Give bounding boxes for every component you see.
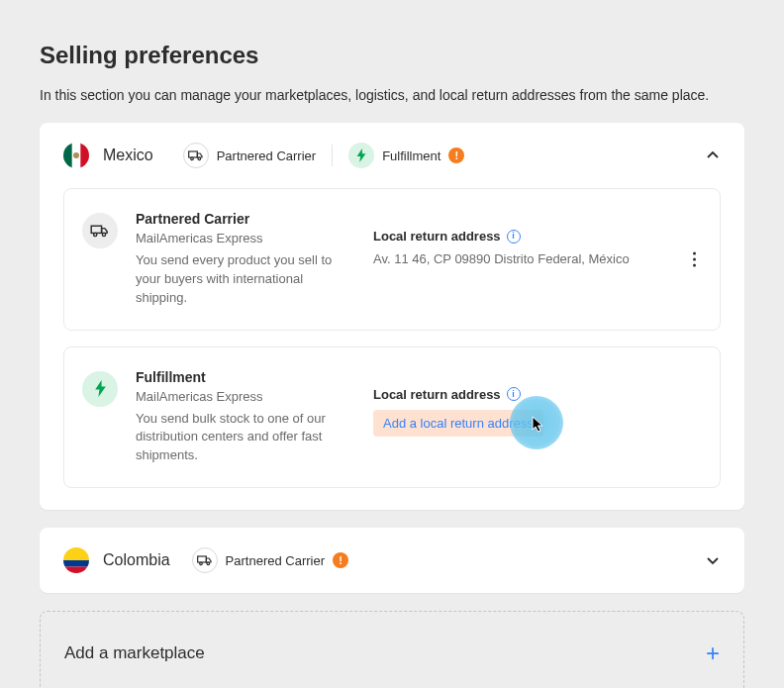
country-card-mexico: Mexico Partnered Carrier Fulfillment ! (40, 123, 744, 510)
svg-rect-4 (188, 151, 197, 157)
pill-label: Partnered Carrier (217, 148, 316, 163)
return-address-label: Local return address (373, 387, 501, 402)
pill-label: Fulfillment (382, 148, 441, 163)
return-address-value: Av. 11 46, CP 09890 Distrito Federal, Mé… (373, 251, 698, 266)
country-name: Mexico (103, 147, 153, 164)
add-return-address-link[interactable]: Add a local return address (373, 410, 543, 437)
svg-rect-2 (80, 143, 89, 168)
svg-rect-1 (63, 143, 72, 168)
plus-icon: + (706, 641, 720, 665)
method-title: Partnered Carrier (136, 211, 357, 227)
method-card-partnered: Partnered Carrier MailAmericas Express Y… (63, 188, 721, 331)
add-marketplace-label: Add a marketplace (64, 643, 205, 663)
country-name: Colombia (103, 551, 170, 569)
info-icon[interactable]: i (507, 230, 521, 244)
truck-icon (82, 213, 118, 248)
svg-rect-7 (91, 226, 101, 233)
method-pills: Partnered Carrier ! (192, 547, 348, 573)
page-subtitle: In this section you can manage your mark… (40, 87, 744, 103)
truck-icon (192, 547, 218, 573)
svg-rect-12 (63, 567, 89, 574)
method-provider: MailAmericas Express (136, 231, 357, 246)
method-provider: MailAmericas Express (136, 389, 357, 404)
bolt-icon (82, 371, 118, 407)
more-options-button[interactable] (687, 246, 702, 272)
bolt-icon (348, 143, 374, 168)
fulfillment-pill: Fulfillment ! (348, 143, 464, 168)
chevron-up-icon (705, 147, 721, 163)
return-address-label: Local return address (373, 229, 501, 244)
add-marketplace-button[interactable]: Add a marketplace + (40, 611, 744, 688)
svg-rect-13 (197, 556, 206, 562)
partnered-carrier-pill: Partnered Carrier (183, 143, 316, 168)
flag-colombia-icon (63, 547, 89, 573)
country-card-colombia: Colombia Partnered Carrier ! (40, 528, 744, 593)
svg-point-9 (102, 233, 105, 236)
page-title: Selling preferences (40, 42, 744, 69)
partnered-carrier-pill: Partnered Carrier ! (192, 547, 348, 573)
method-description: You send every product you sell to your … (136, 251, 357, 308)
chevron-down-icon (705, 552, 721, 568)
svg-point-3 (73, 152, 79, 158)
truck-icon (183, 143, 209, 168)
alert-icon: ! (448, 147, 464, 163)
method-title: Fulfillment (136, 369, 357, 385)
method-pills: Partnered Carrier Fulfillment ! (183, 143, 465, 168)
method-card-fulfillment: Fulfillment MailAmericas Express You sen… (63, 346, 721, 489)
country-header-mexico[interactable]: Mexico Partnered Carrier Fulfillment ! (40, 123, 744, 188)
svg-point-14 (199, 562, 202, 565)
pill-label: Partnered Carrier (226, 553, 325, 568)
country-header-colombia[interactable]: Colombia Partnered Carrier ! (40, 528, 744, 593)
info-icon[interactable]: i (507, 387, 521, 401)
svg-point-5 (190, 157, 193, 160)
svg-point-6 (198, 157, 201, 160)
country-body-mexico: Partnered Carrier MailAmericas Express Y… (40, 188, 744, 510)
svg-point-8 (94, 233, 97, 236)
divider (332, 145, 333, 166)
alert-icon: ! (333, 552, 348, 568)
flag-mexico-icon (63, 143, 89, 168)
svg-rect-11 (63, 560, 89, 567)
svg-rect-10 (63, 547, 89, 560)
method-description: You send bulk stock to one of our distri… (136, 410, 357, 466)
svg-point-15 (207, 562, 210, 565)
